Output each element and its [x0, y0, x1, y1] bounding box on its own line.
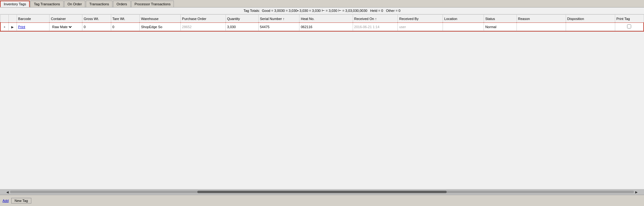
- col-status[interactable]: Status: [484, 15, 517, 23]
- table-body: + ▶ Print Raw Mate Pallet Box: [0, 23, 644, 31]
- gross-wt-cell: 0: [82, 23, 111, 31]
- col-serial-number[interactable]: Serial Number ↑: [258, 15, 299, 23]
- add-button[interactable]: Add: [3, 199, 9, 203]
- quantity-cell: 3,030: [226, 23, 259, 31]
- row-arrow-icon[interactable]: ▶: [11, 25, 14, 29]
- received-by-cell: user: [398, 23, 443, 31]
- container-select[interactable]: Raw Mate Pallet Box Drum Bag: [51, 25, 73, 29]
- col-location[interactable]: Location: [443, 15, 484, 23]
- tab-inventory-tags[interactable]: Inventory Tags: [0, 1, 30, 7]
- purchase-order-value: 28652: [182, 25, 192, 29]
- print-link[interactable]: Print: [18, 25, 25, 29]
- tab-bar: Inventory Tags Tag Transactions On Order…: [0, 0, 644, 8]
- scroll-left-button[interactable]: ◀: [6, 190, 9, 194]
- new-tag-button[interactable]: New Tag: [11, 198, 32, 203]
- col-heat-no[interactable]: Heat No.: [299, 15, 353, 23]
- status-cell: Normal: [484, 23, 517, 31]
- purchase-order-cell: 28652: [181, 23, 226, 31]
- tab-transactions[interactable]: Transactions: [86, 1, 112, 7]
- received-by-value: user: [399, 25, 406, 29]
- totals-bar: Tag Totals: Good = 3,0030 = 3,030• 3,030…: [0, 8, 644, 14]
- warehouse-cell: ShopEdge So: [140, 23, 181, 31]
- col-purchase-order[interactable]: Purchase Order: [181, 15, 226, 23]
- table-row: + ▶ Print Raw Mate Pallet Box: [0, 23, 644, 31]
- print-tag-checkbox[interactable]: [627, 24, 631, 28]
- action-bar: Add New Tag: [0, 195, 644, 206]
- table-header: Barcode Container Gross Wt. Tare Wt. War…: [0, 15, 644, 23]
- disposition-cell: [566, 23, 615, 31]
- app-container: Inventory Tags Tag Transactions On Order…: [0, 0, 644, 206]
- col-gross-wt[interactable]: Gross Wt.: [82, 15, 111, 23]
- col-expand: [0, 15, 8, 23]
- serial-number-cell: 54475: [258, 23, 299, 31]
- expand-cell[interactable]: +: [0, 23, 8, 31]
- col-received-on[interactable]: Received On ↑: [353, 15, 398, 23]
- expand-icon[interactable]: +: [3, 25, 5, 29]
- col-tare-wt[interactable]: Tare Wt.: [111, 15, 140, 23]
- location-cell: [443, 23, 484, 31]
- scrollbar-area[interactable]: ◀ ▶: [0, 189, 644, 195]
- arrow-cell[interactable]: ▶: [8, 23, 17, 31]
- scrollbar-thumb[interactable]: [197, 191, 447, 193]
- scroll-right-button[interactable]: ▶: [635, 190, 638, 194]
- received-on-value: 2016-06-21 1:14: [354, 25, 380, 29]
- col-container[interactable]: Container: [49, 15, 82, 23]
- scrollbar-track[interactable]: [10, 191, 634, 193]
- table-wrapper[interactable]: Barcode Container Gross Wt. Tare Wt. War…: [0, 14, 644, 189]
- col-disposition[interactable]: Disposition: [566, 15, 615, 23]
- container-cell[interactable]: Raw Mate Pallet Box Drum Bag: [49, 23, 82, 31]
- col-arrow: [8, 15, 17, 23]
- heat-no-cell: 062116: [299, 23, 353, 31]
- reason-cell: [517, 23, 566, 31]
- col-received-by[interactable]: Received By: [398, 15, 443, 23]
- status-value: Normal: [485, 25, 496, 29]
- barcode-cell[interactable]: Print: [17, 23, 49, 31]
- col-warehouse[interactable]: Warehouse: [140, 15, 181, 23]
- table-area: Barcode Container Gross Wt. Tare Wt. War…: [0, 14, 644, 189]
- print-tag-cell[interactable]: [615, 23, 644, 31]
- tab-orders[interactable]: Orders: [113, 1, 131, 7]
- tab-tag-transactions[interactable]: Tag Transactions: [30, 1, 63, 7]
- totals-text: Tag Totals: Good = 3,0030 = 3,030• 3,030…: [244, 9, 401, 13]
- tare-wt-cell: 0: [111, 23, 140, 31]
- col-quantity[interactable]: Quantity: [226, 15, 259, 23]
- inventory-table: Barcode Container Gross Wt. Tare Wt. War…: [0, 14, 644, 31]
- tab-processor-transactions[interactable]: Processor Transactions: [131, 1, 174, 7]
- received-on-cell: 2016-06-21 1:14: [353, 23, 398, 31]
- tab-on-order[interactable]: On Order: [64, 1, 86, 7]
- col-reason[interactable]: Reason: [517, 15, 566, 23]
- col-barcode[interactable]: Barcode: [17, 15, 49, 23]
- col-print-tag[interactable]: Print Tag: [615, 15, 644, 23]
